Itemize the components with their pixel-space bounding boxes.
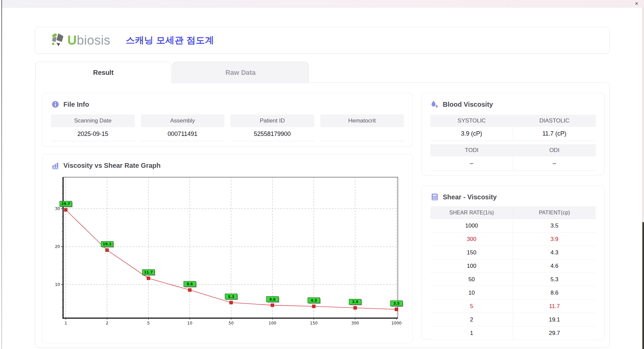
blood-viscosity-table: SYSTOLICDIASTOLIC3.9 (cP)11.7 (cP)TODIOD… — [422, 109, 604, 170]
shear-rate-cell: 5 — [430, 300, 513, 313]
logo-leaf-icon — [51, 32, 67, 49]
svg-text:2: 2 — [106, 321, 108, 326]
svg-text:20: 20 — [55, 244, 60, 249]
svg-text:3.5: 3.5 — [393, 301, 400, 305]
field-label: Patient ID — [230, 114, 314, 127]
file-info-fields: Scanning Date2025-09-15Assembly000711491… — [42, 109, 413, 141]
file-info-field: Scanning Date2025-09-15 — [51, 114, 135, 141]
field-label: Scanning Date — [51, 114, 135, 127]
logo-word-biosis: biosis — [77, 33, 110, 47]
field-label: Hematocrit — [320, 114, 404, 127]
file-info-title: File Info — [63, 101, 89, 108]
svg-text:8.6: 8.6 — [186, 282, 193, 286]
main-card: File Info Scanning Date2025-09-15Assembl… — [35, 83, 610, 348]
svg-text:100: 100 — [269, 321, 276, 326]
patient-viscosity-cell: 29.7 — [513, 327, 596, 340]
blood-viscosity-header: Blood Viscosity — [422, 93, 604, 109]
calculator-icon — [430, 193, 439, 201]
patient-viscosity-cell: 19.1 — [513, 313, 596, 327]
chart-wrap: 1020301251050100150300100029.719.111.78.… — [48, 172, 413, 334]
patient-viscosity-cell: 3.5 — [513, 219, 596, 233]
tab-result[interactable]: Result — [35, 62, 171, 83]
patient-viscosity-cell: 5.3 — [513, 273, 596, 286]
shear-rate-cell: 300 — [430, 233, 513, 246]
svg-text:11.7: 11.7 — [144, 270, 153, 274]
table-row: 10003.5 — [430, 219, 596, 233]
file-info-card: File Info Scanning Date2025-09-15Assembl… — [42, 93, 413, 147]
field-label: Assembly — [141, 114, 225, 127]
svg-text:29.7: 29.7 — [61, 202, 70, 206]
close-icon[interactable]: × — [633, 0, 640, 7]
logo-letter-u: U — [67, 33, 77, 47]
app-window: × Ubiosis 스캐닝 모세관 점도계 ResultRaw Data — [0, 0, 644, 349]
droplets-icon — [430, 100, 439, 109]
bv-metric-label: SYSTOLIC — [430, 115, 513, 127]
svg-text:150: 150 — [310, 321, 318, 326]
shear-rate-cell: 10 — [430, 286, 513, 300]
file-info-field: Hematocrit — [320, 114, 404, 141]
svg-text:3.9: 3.9 — [352, 300, 358, 304]
bv-metric-label: ODI — [513, 144, 596, 156]
shear-column-header: PATIENT(cp) — [513, 206, 596, 219]
shear-rate-cell: 1 — [430, 327, 513, 340]
patient-viscosity-cell: 11.7 — [513, 300, 596, 313]
shear-viscosity-card: Shear - Viscosity SHEAR RATE(1/s)PATIENT… — [421, 186, 605, 340]
svg-text:10: 10 — [55, 282, 60, 287]
shear-column-header: SHEAR RATE(1/s) — [430, 206, 513, 219]
svg-text:300: 300 — [351, 321, 359, 326]
svg-text:1000: 1000 — [391, 321, 402, 326]
header-card: Ubiosis 스캐닝 모세관 점도계 — [35, 27, 610, 54]
field-value: 52558179900 — [230, 127, 314, 141]
patient-viscosity-cell: 4.3 — [513, 246, 596, 259]
table-row: 511.7 — [430, 300, 596, 313]
bv-metric-value: – — [513, 156, 596, 170]
graph-header: Viscosity vs Shear Rate Graph — [42, 154, 413, 170]
patient-viscosity-cell: 8.6 — [513, 286, 596, 300]
blood-viscosity-card: Blood Viscosity SYSTOLICDIASTOLIC3.9 (cP… — [421, 93, 605, 176]
patient-viscosity-cell: 3.9 — [513, 233, 596, 246]
bv-metric-label: DIASTOLIC — [513, 115, 596, 127]
svg-text:30: 30 — [55, 206, 60, 211]
shear-rate-cell: 1000 — [430, 219, 513, 233]
window-right-edge-dark — [642, 222, 644, 349]
table-row: 1004.6 — [430, 259, 596, 273]
field-value — [320, 127, 404, 141]
field-value: 2025-09-15 — [51, 127, 135, 141]
svg-text:5: 5 — [147, 321, 150, 326]
bv-metric-value: 3.9 (cP) — [430, 127, 513, 141]
graph-title: Viscosity vs Shear Rate Graph — [63, 162, 161, 169]
svg-text:1: 1 — [64, 321, 67, 326]
viscosity-chart: 1020301251050100150300100029.719.111.78.… — [48, 172, 403, 333]
window-right-edge — [643, 7, 643, 222]
table-row: 108.6 — [430, 286, 596, 300]
bv-row: TODIODI–– — [430, 144, 596, 170]
svg-text:10: 10 — [187, 321, 192, 326]
svg-text:50: 50 — [228, 321, 233, 326]
patient-viscosity-cell: 4.6 — [513, 259, 596, 273]
table-row: 1504.3 — [430, 246, 596, 259]
tab-raw-data[interactable]: Raw Data — [172, 62, 309, 83]
bv-metric-value: 11.7 (cP) — [513, 127, 596, 141]
tabs: ResultRaw Data — [35, 62, 309, 83]
shear-table: SHEAR RATE(1/s)PATIENT(cp) 10003.53003.9… — [430, 206, 596, 340]
graph-card: Viscosity vs Shear Rate Graph 1020301251… — [42, 154, 413, 343]
window-left-edge — [1, 0, 2, 349]
app-logo: Ubiosis — [51, 32, 110, 49]
field-value: 000711491 — [141, 127, 225, 141]
bar-chart-icon — [51, 161, 60, 170]
file-info-header: File Info — [42, 93, 413, 109]
table-row: 505.3 — [430, 273, 596, 286]
bv-metric-value: – — [430, 156, 513, 170]
app-title-korean: 스캐닝 모세관 점도계 — [126, 34, 214, 46]
table-row: 129.7 — [430, 327, 596, 340]
svg-text:5.3: 5.3 — [228, 295, 234, 299]
table-row: 219.1 — [430, 313, 596, 327]
shear-viscosity-title: Shear - Viscosity — [443, 193, 497, 201]
table-row: 3003.9 — [430, 233, 596, 246]
shear-table-header-row: SHEAR RATE(1/s)PATIENT(cp) — [430, 206, 596, 219]
svg-text:19.1: 19.1 — [103, 242, 111, 246]
shear-rate-cell: 50 — [430, 273, 513, 286]
bv-metric-label: TODI — [430, 144, 513, 156]
shear-rate-cell: 2 — [430, 313, 513, 327]
logo-text: Ubiosis — [67, 34, 110, 47]
